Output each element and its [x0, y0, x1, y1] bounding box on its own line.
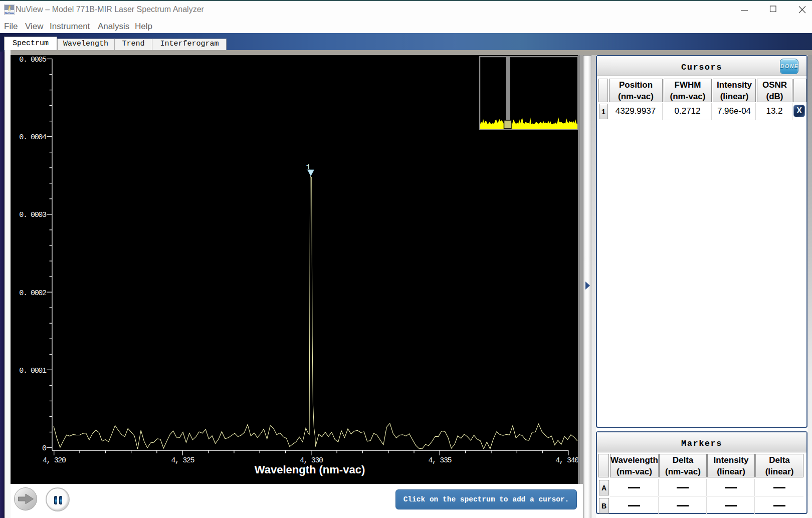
svg-text:NuView: NuView [5, 12, 15, 15]
svg-text:4, 340: 4, 340 [555, 456, 578, 465]
svg-text:0. 0003: 0. 0003 [19, 211, 47, 219]
svg-text:0. 0001: 0. 0001 [19, 367, 47, 375]
svg-text:0. 0002: 0. 0002 [19, 289, 46, 298]
svg-text:0. 0004: 0. 0004 [19, 133, 47, 142]
svg-text:Wavelength (nm-vac): Wavelength (nm-vac) [255, 463, 365, 476]
svg-text:4, 325: 4, 325 [171, 456, 194, 465]
svg-text:0: 0 [42, 444, 47, 453]
svg-text:4, 335: 4, 335 [428, 456, 452, 465]
svg-text:4, 320: 4, 320 [43, 456, 66, 465]
svg-text:0. 0005: 0. 0005 [19, 56, 47, 64]
